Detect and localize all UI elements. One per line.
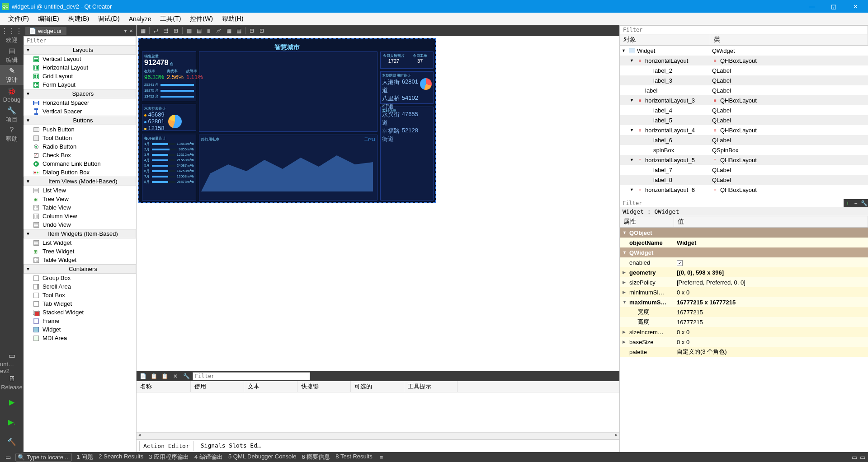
- new-action-icon[interactable]: 📄: [138, 372, 147, 381]
- category-Containers[interactable]: ▼Containers: [24, 264, 136, 274]
- prop-宽度[interactable]: 宽度16777215: [620, 307, 868, 317]
- locator[interactable]: 🔍 Type to locate ...: [15, 453, 72, 462]
- add-property-icon[interactable]: +: [844, 199, 852, 207]
- ae-col-使用[interactable]: 使用: [191, 381, 244, 392]
- edit-signals-icon[interactable]: ⇄: [151, 26, 160, 35]
- widget-frame[interactable]: Frame: [24, 317, 136, 325]
- menu-帮助(H)[interactable]: 帮助(H): [217, 14, 248, 24]
- close-button[interactable]: ✕: [844, 0, 866, 13]
- config-action-icon[interactable]: 🔧: [182, 372, 191, 381]
- tab-close-icon[interactable]: ✕: [128, 28, 134, 33]
- form-icon[interactable]: ▤: [234, 26, 243, 35]
- obj-row-label_2[interactable]: label_2QLabel: [620, 65, 868, 75]
- widget-radio-button[interactable]: Radio Button: [24, 142, 136, 151]
- object-filter-input[interactable]: [620, 25, 868, 34]
- widget-tree-view[interactable]: ⊞Tree View: [24, 195, 136, 203]
- action-filter-input[interactable]: [193, 372, 310, 380]
- horizontal-scrollbar[interactable]: [137, 432, 619, 439]
- mode-Debug[interactable]: 🐞Debug: [0, 85, 24, 105]
- prop-palette[interactable]: palette自定义的(3 个角色): [620, 347, 868, 357]
- widget-dialog-button-box[interactable]: Dialog Button Box: [24, 168, 136, 177]
- sb-8 Test Results[interactable]: 8 Test Results: [333, 453, 375, 461]
- category-Item Views (Model-Based)[interactable]: ▼Item Views (Model-Based): [24, 177, 136, 186]
- widget-undo-view[interactable]: Undo View: [24, 220, 136, 229]
- mode-项目[interactable]: 🔧项目: [0, 105, 24, 125]
- obj-row-label_3[interactable]: label_3QLabel: [620, 75, 868, 85]
- widget-push-button[interactable]: Push Button: [24, 125, 136, 134]
- widget-column-view[interactable]: Column View: [24, 212, 136, 220]
- edit-buddies-icon[interactable]: ⇶: [161, 26, 170, 35]
- run-Release[interactable]: 🖥Release: [0, 373, 24, 392]
- run-▶.[interactable]: ▶.: [0, 412, 24, 432]
- run-▶[interactable]: ▶: [0, 392, 24, 412]
- menu-工具(T)[interactable]: 工具(T): [156, 14, 185, 24]
- prop-group-QWidget[interactable]: ▼QWidget: [620, 247, 868, 257]
- menu-编辑(E)[interactable]: 编辑(E): [33, 14, 64, 24]
- widget-tool-box[interactable]: Tool Box: [24, 291, 136, 299]
- obj-row-label_8[interactable]: label_8QLabel: [620, 175, 868, 185]
- prop-group-QObject[interactable]: ▼QObject: [620, 228, 868, 238]
- file-tab[interactable]: 📄 widget.ui: [25, 27, 66, 35]
- prop-baseSize[interactable]: ▶baseSize0 x 0: [620, 337, 868, 347]
- widget-stacked-widget[interactable]: Stacked Widget: [24, 308, 136, 317]
- prop-maximumS…[interactable]: ▼maximumS…16777215 x 16777215: [620, 297, 868, 307]
- obj-row-horizontalLayout_4[interactable]: ▼≡horizontalLayout_4≡QHBoxLayout: [620, 125, 868, 135]
- sb-5 QML Debugger Console[interactable]: 5 QML Debugger Console: [226, 453, 299, 461]
- widget-scroll-area[interactable]: Scroll Area: [24, 282, 136, 291]
- hsplit-icon[interactable]: ⫼: [204, 26, 213, 35]
- category-Item Widgets (Item-Based)[interactable]: ▼Item Widgets (Item-Based): [24, 229, 136, 238]
- adjust-size-icon[interactable]: ⊡: [257, 26, 266, 35]
- obj-row-label_5[interactable]: label_5QLabel: [620, 115, 868, 125]
- obj-row-horizontalLayout[interactable]: ▼≡horizontalLayout≡QHBoxLayout: [620, 56, 868, 65]
- hlayout-icon[interactable]: ▥: [184, 26, 193, 35]
- widget-command-link-button[interactable]: ▶Command Link Button: [24, 159, 136, 168]
- widget-table-view[interactable]: Table View: [24, 203, 136, 212]
- prop-minimumSi…[interactable]: ▶minimumSi…0 x 0: [620, 287, 868, 297]
- ae-col-工具提示[interactable]: 工具提示: [404, 381, 458, 392]
- widget-table-widget[interactable]: Table Widget: [24, 256, 136, 264]
- widget-horizontal-spacer[interactable]: Horizontal Spacer: [24, 98, 136, 107]
- tab-dropdown-icon[interactable]: ▾: [123, 28, 128, 33]
- maximize-button[interactable]: ◱: [823, 0, 844, 13]
- sb-1 问题[interactable]: 1 问题: [74, 453, 96, 461]
- edit-widgets-icon[interactable]: ▦: [138, 26, 147, 35]
- remove-property-icon[interactable]: −: [852, 199, 860, 207]
- minimize-button[interactable]: —: [801, 0, 823, 13]
- prop-geometry[interactable]: ▶geometry[(0, 0), 598 x 396]: [620, 267, 868, 277]
- menu-构建(B)[interactable]: 构建(B): [64, 14, 94, 24]
- obj-header-对象[interactable]: 对象: [620, 34, 710, 45]
- statusbar-toggle-icon[interactable]: ≡: [377, 454, 386, 461]
- obj-row-label[interactable]: labelQLabel: [620, 85, 868, 95]
- obj-row-label_7[interactable]: label_7QLabel: [620, 165, 868, 175]
- widget-list-widget[interactable]: List Widget: [24, 238, 136, 247]
- ae-tab-1[interactable]: Signals Slots Ed…: [197, 441, 264, 451]
- delete-action-icon[interactable]: ✕: [171, 372, 180, 381]
- widget-form-layout[interactable]: Form Layout: [24, 80, 136, 89]
- obj-row-horizontalLayout_6[interactable]: ▼≡horizontalLayout_6≡QHBoxLayout: [620, 185, 868, 195]
- grid-icon[interactable]: ▦: [224, 26, 233, 35]
- widget-group-box[interactable]: Group Box: [24, 274, 136, 282]
- vsplit-icon[interactable]: ⫻: [214, 26, 223, 35]
- widget-list-view[interactable]: List View: [24, 186, 136, 195]
- category-Layouts[interactable]: ▼Layouts: [24, 45, 136, 55]
- obj-row-label_4[interactable]: label_4QLabel: [620, 105, 868, 115]
- menu-Analyze[interactable]: Analyze: [124, 14, 156, 24]
- widget-tree-widget[interactable]: ⊞Tree Widget: [24, 247, 136, 256]
- widgetbox-filter-input[interactable]: [24, 36, 136, 45]
- ae-col-名称[interactable]: 名称: [137, 381, 191, 392]
- config-property-icon[interactable]: 🔧: [860, 199, 868, 207]
- widget-mdi-area[interactable]: MDI Area: [24, 334, 136, 342]
- close-right-icon[interactable]: ▭: [860, 454, 865, 461]
- run-🔨[interactable]: 🔨: [0, 432, 24, 452]
- obj-row-label_6[interactable]: label_6QLabel: [620, 135, 868, 145]
- prop-sizeIncrem…[interactable]: ▶sizeIncrem…0 x 0: [620, 327, 868, 337]
- close-sidebar-icon[interactable]: ▭: [3, 454, 14, 461]
- mode-编辑[interactable]: ▤编辑: [0, 45, 24, 65]
- mode-帮助[interactable]: ?帮助: [0, 125, 24, 145]
- vlayout-icon[interactable]: ▤: [194, 26, 203, 35]
- ae-col-可选的[interactable]: 可选的: [351, 381, 404, 392]
- prop-enabled[interactable]: enabled✓: [620, 257, 868, 267]
- edit-taborder-icon[interactable]: ⊞: [171, 26, 180, 35]
- widget-grid-layout[interactable]: Grid Layout: [24, 72, 136, 80]
- menu-文件(F)[interactable]: 文件(F): [4, 14, 33, 24]
